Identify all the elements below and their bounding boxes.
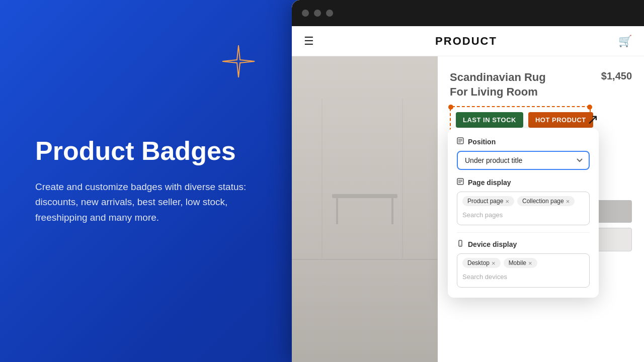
tag-collection-page-remove[interactable]: × [566,198,570,205]
tag-desktop-remove[interactable]: × [492,260,496,266]
store-logo: PRODUCT [435,35,497,48]
position-dropdown[interactable]: Under product title [457,151,590,170]
star-outline-icon [221,44,256,80]
hamburger-icon[interactable]: ☰ [304,35,314,48]
browser-dot-1 [302,10,309,17]
page-display-icon [457,178,464,187]
page-display-section-title: Page display [457,178,590,187]
position-icon [457,137,464,146]
panel-divider [457,232,590,233]
browser-window: ☰ PRODUCT 🛒 [292,0,644,362]
position-section-title: Position [457,137,590,146]
product-image [292,56,438,362]
corner-dot-tl [448,105,453,110]
tag-product-page[interactable]: Product page × [462,196,514,206]
cursor-icon: ↖ [587,111,599,128]
tag-mobile-remove[interactable]: × [528,260,532,266]
svg-rect-3 [332,194,397,198]
page-title: Product Badges [35,137,252,165]
page-search-placeholder[interactable]: Search pages [462,209,503,221]
store-header: ☰ PRODUCT 🛒 [292,26,644,56]
device-display-tags-box[interactable]: Desktop × Mobile × Search devices [457,253,590,287]
tag-product-page-remove[interactable]: × [505,198,509,205]
badge-last-in-stock: LAST IN STOCK [456,112,523,128]
device-display-icon [457,240,464,248]
browser-dot-3 [326,10,333,17]
svg-rect-14 [459,240,462,246]
browser-topbar [292,0,644,26]
product-image-placeholder [292,56,438,362]
page-description: Create and customize badges with diverse… [35,179,247,225]
position-label: Position [468,138,496,146]
svg-point-15 [460,245,460,245]
cart-icon[interactable]: 🛒 [618,35,632,48]
floating-panel: Position Under product title Page displa… [448,128,599,298]
tag-mobile[interactable]: Mobile × [504,258,537,268]
page-display-tags-box[interactable]: Product page × Collection page × Search … [457,192,590,225]
device-display-label: Device display [468,240,517,248]
device-display-section-title: Device display [457,240,590,248]
badge-hot-product: HOT PRODUCT [528,112,593,128]
device-search-placeholder[interactable]: Search devices [462,271,507,283]
tag-collection-page[interactable]: Collection page × [517,196,575,206]
browser-dot-2 [314,10,321,17]
page-display-label: Page display [468,178,511,187]
product-price: $1,450 [601,70,632,82]
corner-dot-tr [587,105,592,110]
tag-desktop[interactable]: Desktop × [462,258,501,268]
